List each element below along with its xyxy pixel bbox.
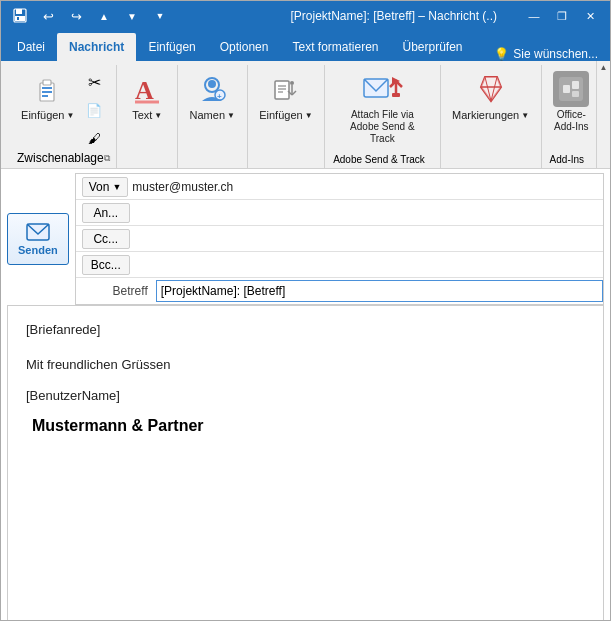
- markierungen-icon: [473, 71, 509, 107]
- text-label-row: [125, 165, 168, 168]
- addins-label-row: Add-Ins: [550, 154, 593, 168]
- tab-nachricht[interactable]: Nachricht: [57, 33, 136, 61]
- help-icon: 💡: [494, 47, 509, 61]
- zwischenablage-expand-icon[interactable]: ⧉: [104, 153, 110, 164]
- up-icon[interactable]: ▲: [93, 5, 115, 27]
- mail-compose-area: Senden Von ▼ muster@muster.ch An... Cc..…: [7, 173, 604, 305]
- zwischenablage-label: Zwischenablage: [17, 151, 104, 165]
- mail-fields: Von ▼ muster@muster.ch An... Cc... Bcc..…: [75, 173, 604, 305]
- einfuegen-icon: [268, 71, 304, 107]
- namen-content: + Namen ▼: [186, 65, 239, 165]
- adobe-btn-label: Attach File viaAdobe Send & Track: [337, 109, 427, 145]
- customize-qat-icon[interactable]: ▼: [149, 5, 171, 27]
- closing: Mit freundlichen Grüssen: [26, 357, 585, 372]
- cc-input[interactable]: [134, 229, 603, 249]
- addins-icon-shape: [553, 71, 589, 107]
- ribbon-group-text: A Text ▼: [117, 65, 177, 168]
- ribbon-group-addins: Office-Add-Ins Add-Ins: [542, 65, 602, 168]
- ribbon-group-zwischenablage: Einfügen ▼ ✂ 📄 🖌 Zwischenablage ⧉: [9, 65, 117, 168]
- text-icon: A: [129, 71, 165, 107]
- tab-text-formatieren[interactable]: Text formatieren: [280, 33, 390, 61]
- svg-rect-25: [392, 93, 400, 97]
- redo-icon[interactable]: ↪: [65, 5, 87, 27]
- svg-marker-28: [481, 77, 501, 101]
- bcc-input[interactable]: [134, 255, 603, 275]
- svg-text:+: +: [217, 92, 222, 101]
- minimize-button[interactable]: —: [522, 5, 546, 27]
- help-tab[interactable]: 💡 Sie wünschen...: [486, 47, 606, 61]
- addins-content: Office-Add-Ins: [549, 65, 593, 154]
- addins-btn-label: Office-Add-Ins: [554, 109, 588, 133]
- close-button[interactable]: ✕: [578, 5, 602, 27]
- svg-rect-34: [572, 81, 579, 89]
- bcc-button[interactable]: Bcc...: [82, 255, 130, 275]
- salutation: [Briefanrede]: [26, 322, 585, 337]
- namen-icon: +: [194, 71, 230, 107]
- markierungen-label-row: [449, 165, 533, 168]
- ribbon-group-markierungen: Markierungen ▼: [441, 65, 542, 168]
- ribbon-group-namen: + Namen ▼: [178, 65, 248, 168]
- svg-rect-35: [572, 91, 579, 97]
- text-content: A Text ▼: [125, 65, 169, 165]
- svg-rect-7: [42, 91, 52, 93]
- company-name: Mustermann & Partner: [32, 417, 579, 621]
- addins-button[interactable]: Office-Add-Ins: [549, 69, 593, 135]
- undo-icon[interactable]: ↩: [37, 5, 59, 27]
- ribbon-scroll-up[interactable]: ▲: [600, 63, 608, 72]
- clipboard-small-buttons: ✂ 📄 🖌: [80, 69, 108, 151]
- paste-button[interactable]: Einfügen ▼: [17, 69, 78, 124]
- markierungen-content: Markierungen ▼: [448, 65, 533, 165]
- title-bar-left: ↩ ↪ ▲ ▼ ▼: [9, 5, 266, 27]
- tab-ueberpruefen[interactable]: Überprüfen: [391, 33, 475, 61]
- to-button[interactable]: An...: [82, 203, 130, 223]
- help-label: Sie wünschen...: [513, 47, 598, 61]
- copy-button[interactable]: 📄: [80, 97, 108, 123]
- adobe-send-track-button[interactable]: Attach File viaAdobe Send & Track: [333, 69, 431, 147]
- window-controls: — ❐ ✕: [522, 5, 602, 27]
- email-body[interactable]: [Briefanrede] Mit freundlichen Grüssen […: [7, 305, 604, 621]
- subject-input[interactable]: [156, 280, 603, 302]
- ribbon-group-adobe: Attach File viaAdobe Send & Track Adobe …: [325, 65, 440, 168]
- down-icon[interactable]: ▼: [121, 5, 143, 27]
- from-value: muster@muster.ch: [132, 180, 233, 194]
- adobe-content: Attach File viaAdobe Send & Track: [333, 65, 431, 154]
- paste-label: Einfügen ▼: [21, 109, 74, 122]
- from-button[interactable]: Von ▼: [82, 177, 129, 197]
- cut-button[interactable]: ✂: [80, 69, 108, 95]
- ribbon-tab-bar: Datei Nachricht Einfügen Optionen Text f…: [1, 31, 610, 61]
- tab-optionen[interactable]: Optionen: [208, 33, 281, 61]
- from-dropdown-arrow: ▼: [112, 182, 121, 192]
- save-icon[interactable]: [9, 5, 31, 27]
- send-button-area: Senden: [7, 173, 75, 305]
- addins-group-label: Add-Ins: [550, 154, 584, 165]
- ribbon-body: Einfügen ▼ ✂ 📄 🖌 Zwischenablage ⧉: [1, 61, 610, 169]
- subject-row: Betreff: [76, 278, 603, 304]
- einfuegen-button[interactable]: Einfügen ▼: [255, 69, 316, 124]
- subject-label: Betreff: [76, 280, 156, 302]
- namen-label-row: [186, 165, 239, 168]
- user-name: [BenutzerName]: [26, 388, 585, 403]
- format-painter-button[interactable]: 🖌: [80, 125, 108, 151]
- cc-row: Cc...: [76, 226, 603, 252]
- to-input[interactable]: [134, 203, 603, 223]
- svg-rect-8: [42, 95, 48, 97]
- zwischenablage-label-row: Zwischenablage ⧉: [17, 151, 108, 168]
- tab-datei[interactable]: Datei: [5, 33, 57, 61]
- svg-rect-1: [16, 9, 22, 14]
- tab-einfuegen[interactable]: Einfügen: [136, 33, 207, 61]
- from-row: Von ▼ muster@muster.ch: [76, 174, 603, 200]
- adobe-group-label: Adobe Send & Track: [333, 154, 425, 165]
- markierungen-button[interactable]: Markierungen ▼: [448, 69, 533, 124]
- svg-rect-3: [17, 17, 19, 20]
- cc-button[interactable]: Cc...: [82, 229, 130, 249]
- send-button[interactable]: Senden: [7, 213, 69, 265]
- bcc-row: Bcc...: [76, 252, 603, 278]
- namen-label: Namen ▼: [190, 109, 235, 122]
- text-button[interactable]: A Text ▼: [125, 69, 169, 124]
- namen-button[interactable]: + Namen ▼: [186, 69, 239, 124]
- addins-icon: [553, 71, 589, 107]
- einfuegen-label-row: [256, 165, 317, 168]
- restore-button[interactable]: ❐: [550, 5, 574, 27]
- svg-point-19: [290, 81, 294, 85]
- svg-rect-33: [563, 85, 570, 93]
